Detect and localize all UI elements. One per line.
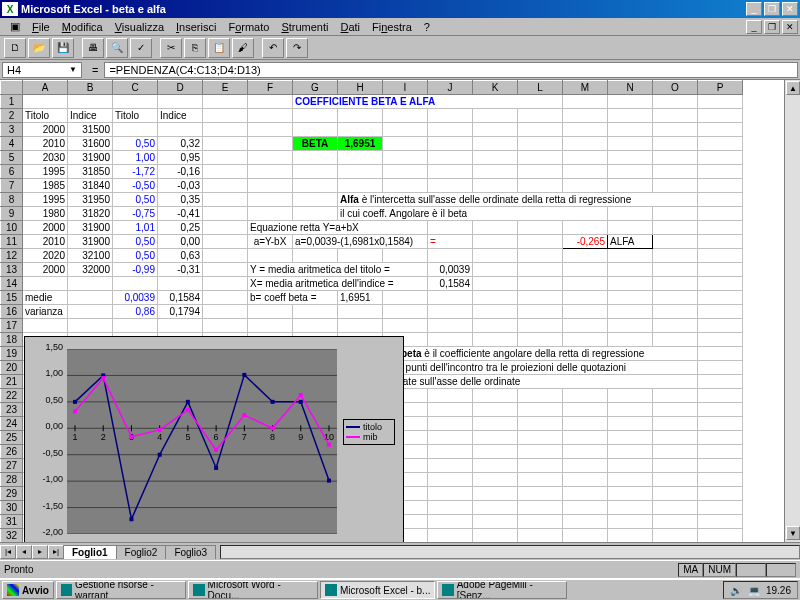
cell-D6[interactable]: -0,16 [158,165,203,179]
cell-E13[interactable] [203,263,248,277]
cell-E4[interactable] [203,137,248,151]
cell-K5[interactable] [473,151,518,165]
cell-L6[interactable] [518,165,563,179]
cell-D7[interactable]: -0,03 [158,179,203,193]
row-header-29[interactable]: 29 [1,487,23,501]
cell-L3[interactable] [518,123,563,137]
cell-P24[interactable] [698,417,743,431]
cell-J4[interactable] [428,137,473,151]
cell-H8[interactable]: Alfa è l'intercetta sull'asse delle ordi… [338,193,698,207]
cell-O22[interactable] [653,389,698,403]
cell-O28[interactable] [653,473,698,487]
menu-finestra[interactable]: Finestra [366,20,418,34]
cell-O11[interactable] [653,235,698,249]
cell-K28[interactable] [473,473,518,487]
cell-N12[interactable] [608,249,653,263]
cell-K11[interactable] [473,235,518,249]
cell-D5[interactable]: 0,95 [158,151,203,165]
cell-M12[interactable] [563,249,608,263]
cell-B4[interactable]: 31600 [68,137,113,151]
cell-P15[interactable] [698,291,743,305]
cell-O4[interactable] [653,137,698,151]
cell-C2[interactable]: Titolo [113,109,158,123]
cell-F16[interactable] [248,305,293,319]
cell-M10[interactable] [563,221,608,235]
cell-J28[interactable] [428,473,473,487]
menu-formato[interactable]: Formato [222,20,275,34]
cell-P11[interactable] [698,235,743,249]
cell-M29[interactable] [563,487,608,501]
cell-N14[interactable] [608,277,653,291]
cell-K18[interactable] [473,333,518,347]
cell-P10[interactable] [698,221,743,235]
cell-I4[interactable] [383,137,428,151]
cell-O15[interactable] [653,291,698,305]
cell-L11[interactable] [518,235,563,249]
cell-J16[interactable] [428,305,473,319]
tab-next[interactable]: ▸ [32,545,48,559]
cell-D8[interactable]: 0,35 [158,193,203,207]
cell-I5[interactable] [383,151,428,165]
app-menu-icon[interactable]: ▣ [4,19,26,34]
cell-K6[interactable] [473,165,518,179]
taskbar-item-2[interactable]: Microsoft Excel - b... [320,581,436,599]
cell-H7[interactable] [338,179,383,193]
cell-M28[interactable] [563,473,608,487]
cell-J2[interactable] [428,109,473,123]
cell-D2[interactable]: Indice [158,109,203,123]
cell-O29[interactable] [653,487,698,501]
cell-A3[interactable]: 2000 [23,123,68,137]
row-header-21[interactable]: 21 [1,375,23,389]
cell-G7[interactable] [293,179,338,193]
cell-M5[interactable] [563,151,608,165]
cell-M30[interactable] [563,501,608,515]
cell-J18[interactable] [428,333,473,347]
cell-B12[interactable]: 32100 [68,249,113,263]
row-header-30[interactable]: 30 [1,501,23,515]
cell-P21[interactable] [698,375,743,389]
cell-M27[interactable] [563,459,608,473]
cell-B10[interactable]: 31900 [68,221,113,235]
cell-N5[interactable] [608,151,653,165]
cell-D1[interactable] [158,95,203,109]
row-header-8[interactable]: 8 [1,193,23,207]
sheet-tab-2[interactable]: Foglio2 [116,545,167,559]
cell-K31[interactable] [473,515,518,529]
cell-F12[interactable] [248,249,293,263]
cell-D14[interactable] [158,277,203,291]
cell-H15[interactable]: 1,6951 [338,291,383,305]
cell-O17[interactable] [653,319,698,333]
row-header-16[interactable]: 16 [1,305,23,319]
row-header-31[interactable]: 31 [1,515,23,529]
cell-B16[interactable] [68,305,113,319]
cell-P18[interactable] [698,333,743,347]
cell-E17[interactable] [203,319,248,333]
cell-E5[interactable] [203,151,248,165]
cell-G9[interactable] [293,207,338,221]
cell-N17[interactable] [608,319,653,333]
cell-F13[interactable]: Y = media aritmetica del titolo = [248,263,428,277]
row-header-23[interactable]: 23 [1,403,23,417]
cell-M22[interactable] [563,389,608,403]
cell-L14[interactable] [518,277,563,291]
cell-A8[interactable]: 1995 [23,193,68,207]
cell-O5[interactable] [653,151,698,165]
cell-E6[interactable] [203,165,248,179]
cell-B6[interactable]: 31850 [68,165,113,179]
cell-N24[interactable] [608,417,653,431]
cell-L12[interactable] [518,249,563,263]
cell-L28[interactable] [518,473,563,487]
row-header-17[interactable]: 17 [1,319,23,333]
tab-first[interactable]: |◂ [0,545,16,559]
cell-N9[interactable] [608,207,653,221]
col-header-H[interactable]: H [338,81,383,95]
cell-K24[interactable] [473,417,518,431]
cell-L15[interactable] [518,291,563,305]
cell-O25[interactable] [653,431,698,445]
cell-P9[interactable] [698,207,743,221]
cell-I15[interactable] [383,291,428,305]
col-header-J[interactable]: J [428,81,473,95]
cell-G16[interactable] [293,305,338,319]
cell-K23[interactable] [473,403,518,417]
cell-N6[interactable] [608,165,653,179]
